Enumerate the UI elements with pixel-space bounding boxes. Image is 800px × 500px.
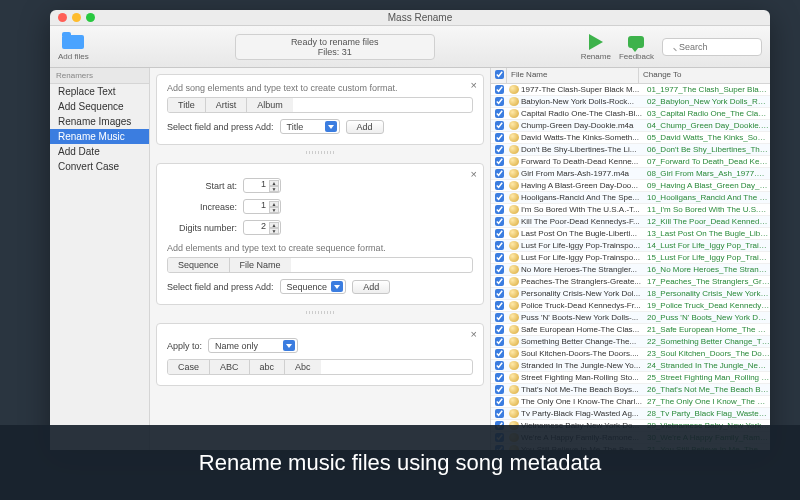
file-name: That's Not Me-The Beach Boys... xyxy=(521,385,647,394)
seg-filename[interactable]: File Name xyxy=(230,258,291,272)
row-checkbox[interactable] xyxy=(491,217,507,226)
row-checkbox[interactable] xyxy=(491,133,507,142)
row-checkbox[interactable] xyxy=(491,313,507,322)
table-row[interactable]: Babylon-New York Dolls-Rock...02_Babylon… xyxy=(491,96,770,108)
row-checkbox[interactable] xyxy=(491,385,507,394)
minimize-window-icon[interactable] xyxy=(72,13,81,22)
row-checkbox[interactable] xyxy=(491,289,507,298)
row-checkbox[interactable] xyxy=(491,181,507,190)
row-checkbox[interactable] xyxy=(491,301,507,310)
sidebar-item-convert-case[interactable]: Convert Case xyxy=(50,159,149,174)
row-checkbox[interactable] xyxy=(491,397,507,406)
row-checkbox[interactable] xyxy=(491,121,507,130)
row-checkbox[interactable] xyxy=(491,409,507,418)
seg-lower[interactable]: abc xyxy=(250,360,286,374)
table-row[interactable]: Something Better Change-The...22_Somethi… xyxy=(491,336,770,348)
table-row[interactable]: Stranded In The Jungle-New Yo...24_Stran… xyxy=(491,360,770,372)
sidebar-item-add-sequence[interactable]: Add Sequence xyxy=(50,99,149,114)
close-icon[interactable]: × xyxy=(471,328,477,340)
drag-handle-icon[interactable] xyxy=(156,309,484,315)
table-row[interactable]: Hooligans-Rancid And The Spe...10_Hoolig… xyxy=(491,192,770,204)
music-field-select[interactable]: Title xyxy=(280,119,340,134)
case-segments[interactable]: Case ABC abc Abc xyxy=(167,359,473,375)
file-name: Soul Kitchen-Doors-The Doors.... xyxy=(521,349,647,358)
table-row[interactable]: Forward To Death-Dead Kenne...07_Forward… xyxy=(491,156,770,168)
start-stepper[interactable]: 1▲▼ xyxy=(243,178,281,193)
seq-field-select[interactable]: Sequence xyxy=(280,279,347,294)
seg-upper[interactable]: ABC xyxy=(210,360,250,374)
table-row[interactable]: 1977-The Clash-Super Black M...01_1977_T… xyxy=(491,84,770,96)
row-checkbox[interactable] xyxy=(491,169,507,178)
close-window-icon[interactable] xyxy=(58,13,67,22)
table-row[interactable]: Chump-Green Day-Dookie.m4a04_Chump_Green… xyxy=(491,120,770,132)
row-checkbox[interactable] xyxy=(491,205,507,214)
close-icon[interactable]: × xyxy=(471,79,477,91)
table-row[interactable]: That's Not Me-The Beach Boys...26_That's… xyxy=(491,384,770,396)
row-checkbox[interactable] xyxy=(491,109,507,118)
zoom-window-icon[interactable] xyxy=(86,13,95,22)
rename-button[interactable]: Rename xyxy=(581,33,611,61)
row-checkbox[interactable] xyxy=(491,373,507,382)
table-row[interactable]: Soul Kitchen-Doors-The Doors....23_Soul … xyxy=(491,348,770,360)
seq-segments[interactable]: Sequence File Name xyxy=(167,257,473,273)
table-row[interactable]: Lust For Life-Iggy Pop-Trainspo...15_Lus… xyxy=(491,252,770,264)
row-checkbox[interactable] xyxy=(491,349,507,358)
music-add-button[interactable]: Add xyxy=(346,120,384,134)
sidebar-item-rename-images[interactable]: Rename Images xyxy=(50,114,149,129)
table-row[interactable]: Capital Radio One-The Clash-Bl...03_Capi… xyxy=(491,108,770,120)
row-checkbox[interactable] xyxy=(491,361,507,370)
seq-add-button[interactable]: Add xyxy=(352,280,390,294)
table-row[interactable]: No More Heroes-The Strangler...16_No Mor… xyxy=(491,264,770,276)
row-checkbox[interactable] xyxy=(491,193,507,202)
row-checkbox[interactable] xyxy=(491,337,507,346)
table-row[interactable]: The Only One I Know-The Charl...27_The O… xyxy=(491,396,770,408)
row-checkbox[interactable] xyxy=(491,157,507,166)
seg-album[interactable]: Album xyxy=(247,98,293,112)
seg-sequence[interactable]: Sequence xyxy=(168,258,230,272)
drag-handle-icon[interactable] xyxy=(156,149,484,155)
row-checkbox[interactable] xyxy=(491,277,507,286)
close-icon[interactable]: × xyxy=(471,168,477,180)
add-files-button[interactable]: Add files xyxy=(58,33,89,61)
col-check[interactable] xyxy=(491,68,507,83)
table-row[interactable]: Safe European Home-The Clas...21_Safe Eu… xyxy=(491,324,770,336)
digits-stepper[interactable]: 2▲▼ xyxy=(243,220,281,235)
row-checkbox[interactable] xyxy=(491,85,507,94)
sidebar-item-replace-text[interactable]: Replace Text xyxy=(50,84,149,99)
table-row[interactable]: Kill The Poor-Dead Kennedys-F...12_Kill … xyxy=(491,216,770,228)
row-checkbox[interactable] xyxy=(491,325,507,334)
seg-title[interactable]: Abc xyxy=(285,360,321,374)
table-row[interactable]: Having A Blast-Green Day-Doo...09_Having… xyxy=(491,180,770,192)
sidebar-item-add-date[interactable]: Add Date xyxy=(50,144,149,159)
table-row[interactable]: Personality Crisis-New York Dol...18_Per… xyxy=(491,288,770,300)
table-row[interactable]: Tv Party-Black Flag-Wasted Ag...28_Tv Pa… xyxy=(491,408,770,420)
apply-to-select[interactable]: Name only xyxy=(208,338,298,353)
sidebar-item-rename-music[interactable]: Rename Music xyxy=(50,129,149,144)
feedback-button[interactable]: Feedback xyxy=(619,33,654,61)
table-row[interactable]: Street Fighting Man-Rolling Sto...25_Str… xyxy=(491,372,770,384)
col-changeto[interactable]: Change To xyxy=(639,68,770,83)
table-row[interactable]: David Watts-The Kinks-Someth...05_David … xyxy=(491,132,770,144)
file-rows[interactable]: 1977-The Clash-Super Black M...01_1977_T… xyxy=(491,84,770,450)
table-row[interactable]: Last Post On The Bugle-Liberti...13_Last… xyxy=(491,228,770,240)
table-row[interactable]: Puss 'N' Boots-New York Dolls-...20_Puss… xyxy=(491,312,770,324)
table-row[interactable]: Girl From Mars-Ash-1977.m4a08_Girl From … xyxy=(491,168,770,180)
music-segments[interactable]: Title Artist Album xyxy=(167,97,473,113)
seg-case[interactable]: Case xyxy=(168,360,210,374)
row-checkbox[interactable] xyxy=(491,241,507,250)
row-checkbox[interactable] xyxy=(491,97,507,106)
row-checkbox[interactable] xyxy=(491,253,507,262)
table-row[interactable]: Peaches-The Stranglers-Greate...17_Peach… xyxy=(491,276,770,288)
row-checkbox[interactable] xyxy=(491,229,507,238)
seg-title[interactable]: Title xyxy=(168,98,206,112)
increase-stepper[interactable]: 1▲▼ xyxy=(243,199,281,214)
search-input[interactable] xyxy=(662,38,762,56)
table-row[interactable]: Police Truck-Dead Kennedys-Fr...19_Polic… xyxy=(491,300,770,312)
row-checkbox[interactable] xyxy=(491,145,507,154)
col-filename[interactable]: File Name xyxy=(507,68,639,83)
table-row[interactable]: I'm So Bored With The U.S.A.-T...11_I'm … xyxy=(491,204,770,216)
table-row[interactable]: Don't Be Shy-Libertines-The Li...06_Don'… xyxy=(491,144,770,156)
row-checkbox[interactable] xyxy=(491,265,507,274)
seg-artist[interactable]: Artist xyxy=(206,98,248,112)
table-row[interactable]: Lust For Life-Iggy Pop-Trainspo...14_Lus… xyxy=(491,240,770,252)
